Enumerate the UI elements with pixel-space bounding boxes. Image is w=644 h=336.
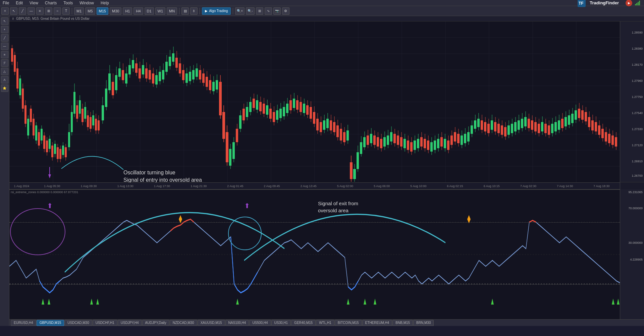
tab-wtl-h1[interactable]: WTL,H1: [316, 320, 334, 326]
svg-marker-408: [374, 299, 376, 305]
rsi-4: 4.228905: [630, 258, 644, 261]
indicators-btn[interactable]: ∿: [265, 7, 272, 15]
left-text-btn[interactable]: A: [1, 76, 8, 83]
tf-m15[interactable]: M15: [97, 7, 108, 15]
left-icons-btn[interactable]: ⭐: [1, 85, 8, 92]
left-cursor-btn[interactable]: ↖: [1, 17, 8, 25]
algo-play-icon: ▶: [205, 9, 208, 13]
settings-btn[interactable]: ⚙: [282, 7, 289, 15]
time-9: 2 Aug 13:45: [301, 184, 317, 188]
tf-h4[interactable]: H4: [133, 7, 143, 15]
rsi-purple-arrow-1: ⬇: [47, 202, 53, 210]
candle-btn[interactable]: 🕯: [190, 7, 198, 15]
tf-m5[interactable]: M5: [85, 7, 95, 15]
tab-nzdcad-m30[interactable]: NZDCAD,M30: [170, 320, 197, 326]
tab-ger40-m15[interactable]: GER40,M15: [291, 320, 316, 326]
tab-usdcad-m30[interactable]: USDCAD,M30: [64, 320, 92, 326]
tab-xauusd-m15[interactable]: XAUUSD,M15: [198, 320, 225, 326]
tab-eurusd-h4[interactable]: EURUSD,H4: [11, 320, 36, 326]
left-fib-btn[interactable]: ℱ: [1, 59, 8, 67]
screenshot-btn[interactable]: 📷: [273, 7, 281, 15]
rsi-chart[interactable]: rsi_extreme_zones 0.000000 0.000000 67.8…: [9, 189, 620, 319]
tab-usdchf-h1[interactable]: USDCHF,H1: [93, 320, 117, 326]
menu-tools[interactable]: Tools: [62, 1, 74, 5]
left-toolbar: ↖ + ╱ — ≡ ℱ △ A ⭐: [0, 16, 9, 326]
time-14: 6 Aug 10:15: [484, 184, 500, 188]
time-7: 2 Aug 01:45: [227, 184, 243, 188]
rsi-svg: [9, 190, 620, 319]
price-1.28590: 1.28590: [632, 31, 644, 34]
menu-window[interactable]: Window: [78, 1, 95, 5]
tf-m30[interactable]: M30: [110, 7, 121, 15]
svg-text:TF: TF: [579, 1, 584, 6]
channel-btn[interactable]: ≡: [36, 7, 44, 15]
svg-marker-405: [236, 299, 239, 305]
price-1.27120: 1.27120: [632, 144, 644, 147]
left-hline-btn[interactable]: —: [1, 43, 8, 50]
left-line-btn[interactable]: ╱: [1, 34, 8, 42]
tf-d1[interactable]: D1: [145, 7, 154, 15]
algo-trading-btn[interactable]: ▶ Algo Trading: [202, 7, 231, 15]
tab-bnb-m15[interactable]: BNB,M15: [392, 320, 413, 326]
time-8: 2 Aug 09:45: [264, 184, 280, 188]
zoom-in-btn[interactable]: 🔍+: [235, 7, 245, 15]
tab-us30-h1[interactable]: US30,H1: [271, 320, 291, 326]
text-btn[interactable]: T: [62, 7, 70, 15]
menu-file[interactable]: File: [1, 1, 10, 5]
rsi-30: 30.000000: [628, 241, 644, 244]
tab-usdjpy-h4[interactable]: USDJPY,H4: [118, 320, 142, 326]
chart-container: ↖ + ╱ — ≡ ℱ △ A ⭐ 🕯 GBPUSD, M15: Great B…: [0, 16, 644, 326]
svg-marker-407: [364, 299, 366, 305]
line-btn[interactable]: ╱: [19, 7, 26, 15]
chart-type-btn[interactable]: ▤: [181, 7, 189, 15]
grid-btn[interactable]: ⊞: [256, 7, 263, 15]
price-1.27960: 1.27960: [632, 79, 644, 82]
rsi-purple-arrow-2: ⬇: [244, 202, 250, 210]
fib-btn[interactable]: ⊞: [45, 7, 52, 15]
tab-ethereum-h4[interactable]: ETHEREUM,H4: [362, 320, 392, 326]
price-1.28170: 1.28170: [632, 63, 644, 66]
price-1.26700: 1.26700: [632, 174, 644, 177]
arrow-btn[interactable]: ↖: [10, 7, 17, 15]
logo-area: TF TradingFinder ▶: [578, 0, 643, 7]
tf-h1[interactable]: H1: [123, 7, 132, 15]
svg-marker-403: [90, 299, 93, 305]
rsi-70: 70.000000: [628, 207, 644, 210]
svg-marker-401: [42, 299, 44, 305]
time-axis: 1 Aug 2024 1 Aug 05:30 1 Aug 09:30 1 Aug…: [9, 182, 620, 189]
sep1: [72, 8, 72, 14]
menu-view[interactable]: View: [28, 1, 40, 5]
sep4: [233, 8, 233, 14]
price-1.26910: 1.26910: [632, 160, 644, 163]
menu-edit[interactable]: Edit: [14, 1, 24, 5]
signal-bars: [635, 1, 640, 5]
tab-brn-m30[interactable]: BRN,M30: [413, 320, 434, 326]
menu-charts[interactable]: Charts: [44, 1, 58, 5]
tab-audjpy-daily[interactable]: AUDJPY,Daily: [142, 320, 169, 326]
svg-marker-411: [617, 299, 620, 305]
price-chart[interactable]: Oscillator turning blue Signal of entry …: [9, 21, 620, 182]
zoom-out-btn[interactable]: 🔍-: [246, 7, 254, 15]
left-channel-btn[interactable]: ≡: [1, 51, 8, 58]
tab-nas100-h4[interactable]: NAS100,H4: [225, 320, 249, 326]
crosshair-btn[interactable]: +: [1, 7, 9, 15]
tab-gbpusd-m15[interactable]: GBPUSD,M15: [37, 320, 64, 326]
time-11: 5 Aug 06:00: [374, 184, 390, 188]
tab-bitcoin-m15[interactable]: BITCOIN,M15: [335, 320, 362, 326]
time-17: 7 Aug 18:30: [593, 184, 609, 188]
left-shapes-btn[interactable]: △: [1, 68, 8, 75]
toolbar: + ↖ ╱ — ≡ ⊞ ○ T M1 M5 M15 M30 H1 H4 D1 W…: [0, 6, 644, 16]
tf-m1[interactable]: M1: [74, 7, 84, 15]
menu-help[interactable]: Help: [99, 1, 110, 5]
shapes-btn[interactable]: ○: [54, 7, 61, 15]
sep3: [200, 8, 200, 14]
svg-marker-402: [48, 299, 50, 305]
hline-btn[interactable]: —: [28, 7, 35, 15]
svg-marker-406: [347, 299, 350, 305]
tab-us500-h4[interactable]: US500,H4: [249, 320, 271, 326]
time-15: 7 Aug 02:30: [520, 184, 536, 188]
tf-w1[interactable]: W1: [155, 7, 166, 15]
time-1: 1 Aug 2024: [14, 184, 30, 188]
left-cross-btn[interactable]: +: [1, 26, 8, 33]
tf-mn[interactable]: MN: [167, 7, 177, 15]
